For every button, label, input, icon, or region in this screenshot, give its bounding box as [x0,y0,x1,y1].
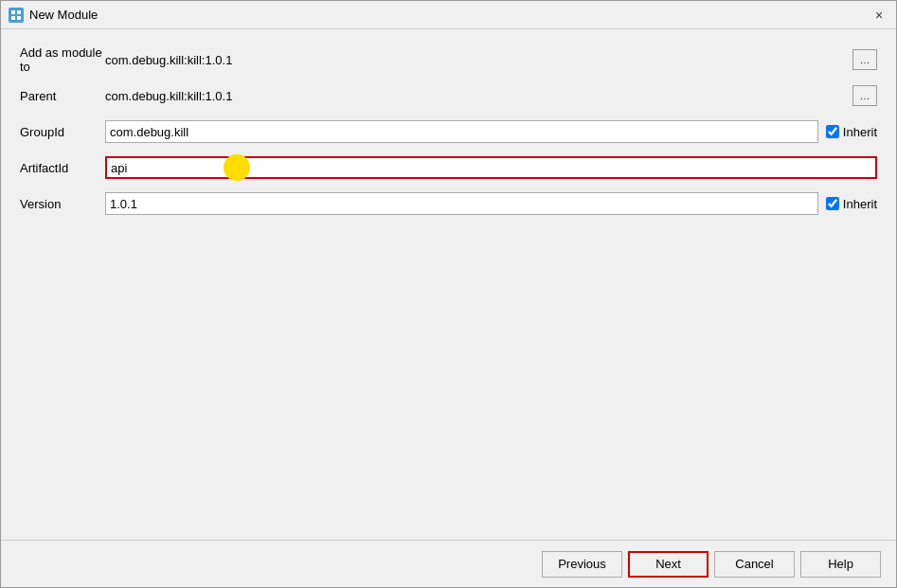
svg-rect-2 [11,16,15,20]
version-inherit-label: Inherit [843,197,877,211]
svg-rect-1 [17,10,21,14]
artifact-id-row: ArtifactId [20,152,877,183]
dialog-content: Add as module to com.debug.kill:kill:1.0… [1,29,896,540]
previous-button[interactable]: Previous [542,551,622,578]
window-title: New Module [29,8,98,22]
add-as-module-row: Add as module to com.debug.kill:kill:1.0… [20,45,877,75]
version-inherit-checkbox[interactable] [826,197,839,210]
group-id-inherit-check: Inherit [826,125,877,139]
parent-browse-button[interactable]: … [852,85,877,106]
group-id-inherit-label: Inherit [843,125,877,139]
empty-area [20,224,877,525]
group-id-label: GroupId [20,125,105,139]
title-bar-left: New Module [9,8,98,23]
version-inherit-check: Inherit [826,197,877,211]
artifact-id-input[interactable] [105,156,877,179]
dialog-footer: Previous Next Cancel Help [1,540,896,587]
version-input[interactable] [105,192,818,215]
group-id-row: GroupId Inherit [20,116,877,147]
new-module-dialog: New Module × Add as module to com.debug.… [0,0,897,588]
svg-rect-3 [17,16,21,20]
parent-label: Parent [20,89,105,103]
cancel-button[interactable]: Cancel [714,551,795,578]
add-as-module-value: com.debug.kill:kill:1.0.1 [105,53,849,67]
group-id-input[interactable] [105,120,818,143]
close-button[interactable]: × [870,6,888,25]
add-as-module-label: Add as module to [20,45,105,74]
parent-value: com.debug.kill:kill:1.0.1 [105,89,849,103]
artifact-id-label: ArtifactId [20,161,105,175]
next-button[interactable]: Next [628,551,709,578]
module-icon [9,8,24,23]
group-id-inherit-checkbox[interactable] [826,125,839,138]
svg-rect-0 [11,10,15,14]
parent-row: Parent com.debug.kill:kill:1.0.1 … [20,80,877,111]
title-bar: New Module × [1,1,896,29]
version-label: Version [20,197,105,211]
version-row: Version Inherit [20,188,877,219]
help-button[interactable]: Help [800,551,881,578]
add-as-module-browse-button[interactable]: … [852,49,877,70]
